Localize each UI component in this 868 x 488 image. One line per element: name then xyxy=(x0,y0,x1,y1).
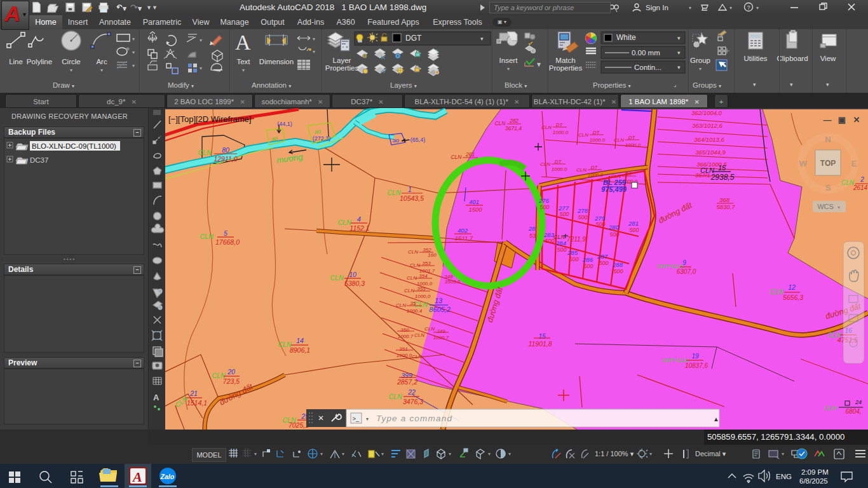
svg-text:CLN: CLN xyxy=(614,137,624,143)
svg-text:CLN: CLN xyxy=(330,274,343,281)
svg-text:CLN: CLN xyxy=(553,234,566,240)
svg-text:CLN: CLN xyxy=(412,354,422,360)
svg-text:1:1 / 100% ▾: 1:1 / 100% ▾ xyxy=(595,450,634,458)
svg-text:349: 349 xyxy=(437,329,445,334)
svg-text:3476,3: 3476,3 xyxy=(403,398,423,405)
svg-text:2:09 PM: 2:09 PM xyxy=(801,468,829,476)
svg-text:1: 1 xyxy=(408,186,412,193)
svg-text:▼▼: ▼▼ xyxy=(146,4,158,11)
svg-text:288: 288 xyxy=(612,261,623,268)
svg-text:284: 284 xyxy=(555,240,566,247)
svg-text:TOP: TOP xyxy=(820,159,836,168)
svg-text:500: 500 xyxy=(613,268,623,274)
svg-text:CLN: CLN xyxy=(540,161,550,167)
svg-text:▾: ▾ xyxy=(649,451,652,457)
svg-text:2938,5: 2938,5 xyxy=(710,173,735,182)
svg-text:282: 282 xyxy=(509,118,519,124)
svg-text:15: 15 xyxy=(718,164,726,172)
svg-text:1611,7: 1611,7 xyxy=(455,234,473,241)
svg-text:▾: ▾ xyxy=(132,63,135,69)
svg-text:21: 21 xyxy=(189,390,198,397)
svg-text:286: 286 xyxy=(582,256,593,263)
svg-text:▾: ▾ xyxy=(480,36,484,42)
svg-text:1000.0: 1000.0 xyxy=(625,142,641,148)
svg-text:22: 22 xyxy=(407,388,416,396)
svg-text:S: S xyxy=(825,183,831,193)
svg-text:261: 261 xyxy=(465,151,475,158)
svg-text:▾: ▾ xyxy=(508,451,511,457)
svg-text:Type a command: Type a command xyxy=(376,414,452,423)
svg-text:15: 15 xyxy=(538,332,546,340)
svg-text:CLN: CLN xyxy=(388,393,402,400)
svg-text:Sign In: Sign In xyxy=(646,4,668,11)
svg-text:276: 276 xyxy=(538,197,550,204)
svg-text:▾: ▾ xyxy=(200,65,202,71)
svg-text:8906,1: 8906,1 xyxy=(290,346,310,354)
svg-text:1000.0: 1000.0 xyxy=(590,137,606,143)
svg-text:24: 24 xyxy=(855,399,862,405)
svg-text:▾: ▾ xyxy=(689,5,691,11)
svg-text:▾: ▾ xyxy=(381,451,384,457)
svg-text:đường đất: đường đất xyxy=(485,286,505,323)
svg-text:CLN: CLN xyxy=(198,149,211,156)
svg-text:▾: ▾ xyxy=(756,5,759,11)
svg-text:?: ? xyxy=(747,4,750,11)
svg-text:▾: ▾ xyxy=(132,50,135,55)
svg-text:▾: ▾ xyxy=(677,35,681,41)
svg-text:CLN: CLN xyxy=(451,154,462,160)
svg-text:mương: mương xyxy=(276,152,304,165)
svg-text:CLN: CLN xyxy=(396,302,406,308)
svg-text:✕: ✕ xyxy=(853,115,860,125)
svg-text:CLN: CLN xyxy=(824,404,836,411)
svg-text:500: 500 xyxy=(557,247,566,253)
svg-text:3503,5: 3503,5 xyxy=(445,279,461,285)
svg-text:160: 160 xyxy=(428,252,437,258)
svg-text:368: 368 xyxy=(719,196,730,203)
svg-text:1000.4: 1000.4 xyxy=(407,308,423,314)
svg-text:DGT: DGT xyxy=(405,34,422,43)
svg-text:▾: ▾ xyxy=(449,451,451,457)
svg-text:CLN: CLN xyxy=(407,275,417,281)
svg-text:▾: ▾ xyxy=(342,451,344,457)
svg-text:5656,3: 5656,3 xyxy=(783,294,803,301)
svg-text:285: 285 xyxy=(567,249,578,256)
svg-text:1000,0: 1000,0 xyxy=(415,294,431,299)
svg-text:500: 500 xyxy=(599,260,608,266)
svg-text:WCS: WCS xyxy=(817,203,834,210)
svg-text:20: 20 xyxy=(227,368,235,376)
svg-text:Decimal ▾: Decimal ▾ xyxy=(695,450,726,458)
svg-text:▾: ▾ xyxy=(254,451,257,457)
svg-text:Zalo: Zalo xyxy=(160,473,175,480)
svg-text:10543,5: 10543,5 xyxy=(400,194,424,202)
svg-text:CLN: CLN xyxy=(424,326,435,332)
svg-text:5: 5 xyxy=(224,229,227,237)
svg-text:80: 80 xyxy=(222,146,229,154)
svg-text:W: W xyxy=(799,159,808,168)
svg-text:500: 500 xyxy=(629,227,639,233)
svg-text:17668,0: 17668,0 xyxy=(215,238,240,246)
svg-text:281: 281 xyxy=(628,220,639,227)
svg-text:>_: >_ xyxy=(353,416,360,422)
svg-text:▾: ▾ xyxy=(782,451,784,457)
svg-text:280: 280 xyxy=(608,224,620,231)
svg-text:ao: ao xyxy=(271,135,278,142)
svg-text:19: 19 xyxy=(691,353,699,360)
svg-text:500: 500 xyxy=(569,256,578,262)
svg-text:▾: ▾ xyxy=(538,62,540,67)
svg-text:364/1013,6: 364/1013,6 xyxy=(694,136,724,143)
svg-text:5830,7: 5830,7 xyxy=(716,203,735,210)
svg-text:DC37: DC37 xyxy=(30,156,48,164)
svg-text:6804,: 6804, xyxy=(845,408,861,415)
svg-text:2857,2: 2857,2 xyxy=(397,378,417,386)
svg-text:▾: ▾ xyxy=(488,451,491,457)
svg-text:500: 500 xyxy=(578,214,587,220)
svg-text:1152,1: 1152,1 xyxy=(349,224,369,232)
svg-text:White: White xyxy=(616,33,636,42)
svg-text:1000.0: 1000.0 xyxy=(552,166,567,172)
svg-text:CLN: CLN xyxy=(414,332,424,338)
svg-text:9: 9 xyxy=(682,259,686,266)
svg-text:▾: ▾ xyxy=(677,64,681,71)
svg-text:(44,1): (44,1) xyxy=(277,121,292,127)
svg-text:12911,0: 12911,0 xyxy=(214,155,237,163)
svg-text:500: 500 xyxy=(609,231,619,238)
